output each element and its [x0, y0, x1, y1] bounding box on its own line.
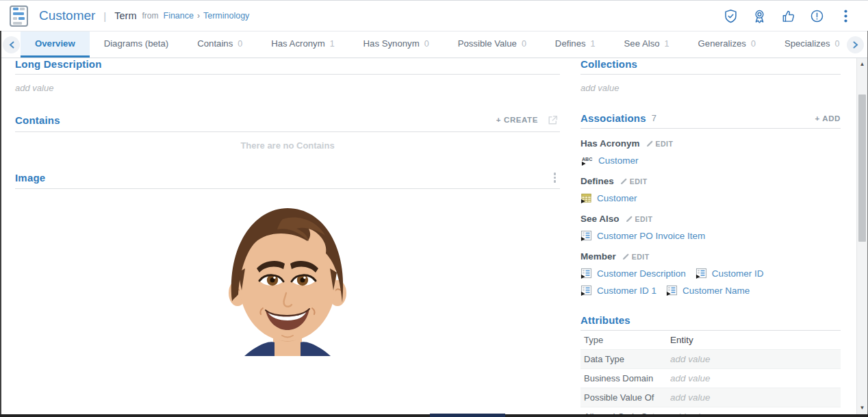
- certify-award-button[interactable]: [750, 7, 768, 25]
- tab-label: Overview: [35, 38, 75, 49]
- add-association-button[interactable]: + ADD: [815, 114, 841, 123]
- assoc-item-label: Customer Description: [597, 268, 686, 279]
- tab-label: Contains: [197, 38, 233, 49]
- assoc-item[interactable]: Customer Description: [580, 268, 686, 279]
- chevron-left-icon: [9, 41, 14, 49]
- page-title: Customer: [39, 8, 95, 23]
- tab-count: 0: [522, 39, 526, 49]
- assoc-group-defines: Defines EDIT Cu: [580, 176, 841, 204]
- app-window: Customer | Term from Finance › Terminolo…: [0, 0, 868, 417]
- tab-label: Diagrams (beta): [104, 38, 169, 49]
- attribute-doc-icon: [580, 268, 592, 279]
- breadcrumb-child[interactable]: Terminology: [203, 11, 249, 21]
- scrollbar-thumb[interactable]: [858, 94, 866, 242]
- group-name: See Also: [580, 214, 620, 224]
- pencil-icon: [622, 253, 630, 260]
- tab-label: Has Synonym: [363, 38, 420, 49]
- tab-contains[interactable]: Contains0: [183, 31, 257, 58]
- attr-row-type: Type Entity: [580, 331, 841, 350]
- more-menu-button[interactable]: [837, 7, 854, 25]
- edit-member-button[interactable]: EDIT: [622, 253, 650, 261]
- tab-possible-value[interactable]: Possible Value0: [444, 31, 541, 58]
- edit-label: EDIT: [656, 140, 674, 148]
- tab-label: Possible Value: [458, 38, 517, 49]
- section-title: Contains: [15, 114, 60, 126]
- tab-label: Has Acronym: [271, 38, 324, 49]
- tab-count: 0: [238, 39, 242, 49]
- tab-diagrams[interactable]: Diagrams (beta): [90, 31, 183, 58]
- scroll-down-arrow-icon[interactable]: ▼: [857, 403, 867, 413]
- attr-value-add[interactable]: add value: [670, 373, 711, 383]
- section-title: Attributes: [580, 314, 630, 326]
- entity-type-label: Term: [114, 10, 136, 21]
- assoc-item[interactable]: Customer ID 1: [580, 285, 656, 296]
- scroll-up-arrow-icon[interactable]: ▲: [857, 60, 867, 69]
- edit-label: EDIT: [630, 177, 648, 186]
- tab-count: 1: [665, 39, 669, 49]
- contains-header: Contains + CREATE: [15, 112, 560, 132]
- long-description-add-value[interactable]: add value: [15, 83, 560, 93]
- breadcrumb-parent[interactable]: Finance: [164, 11, 194, 21]
- tab-generalizes[interactable]: Generalizes0: [684, 31, 770, 58]
- assoc-item-label: Customer ID 1: [597, 286, 656, 296]
- assoc-item[interactable]: ABC Customer: [580, 155, 639, 166]
- section-title: Collections: [580, 58, 637, 70]
- assoc-item[interactable]: Customer ID: [695, 268, 764, 279]
- entity-table-icon: [580, 192, 592, 204]
- attr-value-add[interactable]: add value: [670, 354, 711, 364]
- tab-has-acronym[interactable]: Has Acronym1: [257, 31, 348, 58]
- tab-count: 0: [424, 39, 429, 49]
- attr-label: Data Type: [584, 354, 670, 364]
- group-name: Defines: [580, 176, 614, 186]
- tabs-scroll-left-button[interactable]: [3, 36, 20, 53]
- assoc-item[interactable]: Customer PO Invoice Item: [580, 230, 705, 242]
- attr-value-add[interactable]: add value: [670, 392, 711, 403]
- thumbs-up-icon: [781, 9, 795, 23]
- assoc-group-see-also: See Also EDIT C: [580, 214, 841, 242]
- contains-empty-message: There are no Contains: [15, 140, 560, 151]
- edit-label: EDIT: [632, 253, 650, 261]
- attr-row-possible-value-of: Possible Value Of add value: [580, 388, 841, 407]
- tab-see-also[interactable]: See Also1: [610, 31, 684, 58]
- assoc-item-label: Customer PO Invoice Item: [597, 231, 705, 241]
- tab-strip: Overview Diagrams (beta) Contains0 Has A…: [21, 31, 842, 58]
- tab-bar: Overview Diagrams (beta) Contains0 Has A…: [0, 31, 868, 58]
- attribute-doc-icon: [666, 285, 678, 296]
- attribute-doc-icon: [580, 285, 592, 296]
- edit-has-acronym-button[interactable]: EDIT: [646, 140, 674, 148]
- edit-see-also-button[interactable]: EDIT: [626, 215, 653, 223]
- pencil-icon: [646, 140, 654, 147]
- attributes-table: Type Entity Data Type add value Business…: [580, 331, 841, 417]
- collections-add-value[interactable]: add value: [580, 83, 841, 93]
- vertical-scrollbar: ▲ ▼: [856, 58, 867, 414]
- assoc-item[interactable]: Customer: [580, 192, 637, 204]
- svg-text:ABC: ABC: [582, 157, 592, 162]
- assoc-group-has-acronym: Has Acronym EDIT ABC Customer: [580, 138, 841, 166]
- assoc-item[interactable]: Customer Name: [666, 285, 750, 296]
- section-title: Associations: [580, 112, 646, 124]
- tab-has-synonym[interactable]: Has Synonym0: [349, 31, 444, 58]
- attr-label: Type: [584, 335, 670, 345]
- main-left-column: Long Description add value Contains + CR…: [15, 58, 560, 356]
- create-contains-button[interactable]: + CREATE: [496, 116, 538, 124]
- from-label: from: [142, 11, 159, 21]
- like-button[interactable]: [779, 7, 797, 25]
- tab-overview[interactable]: Overview: [21, 31, 90, 58]
- tab-specializes[interactable]: Specializes0: [770, 31, 842, 58]
- tab-defines[interactable]: Defines1: [541, 31, 610, 58]
- header-actions: [722, 7, 858, 25]
- add-label: + ADD: [815, 114, 841, 123]
- tabs-scroll-right-button[interactable]: [847, 36, 864, 53]
- assoc-item-label: Customer: [598, 155, 639, 166]
- create-label: + CREATE: [496, 116, 538, 124]
- alert-button[interactable]: [808, 7, 826, 25]
- image-menu-button[interactable]: [550, 171, 561, 184]
- attributes-header: Attributes: [580, 314, 841, 331]
- image-content: [15, 199, 560, 356]
- governance-shield-button[interactable]: [722, 7, 739, 25]
- attr-value: Entity: [670, 335, 693, 345]
- expand-contains-button[interactable]: [545, 112, 560, 127]
- edit-defines-button[interactable]: EDIT: [620, 177, 648, 186]
- collections-header: Collections: [580, 58, 841, 75]
- tab-count: 1: [591, 39, 596, 49]
